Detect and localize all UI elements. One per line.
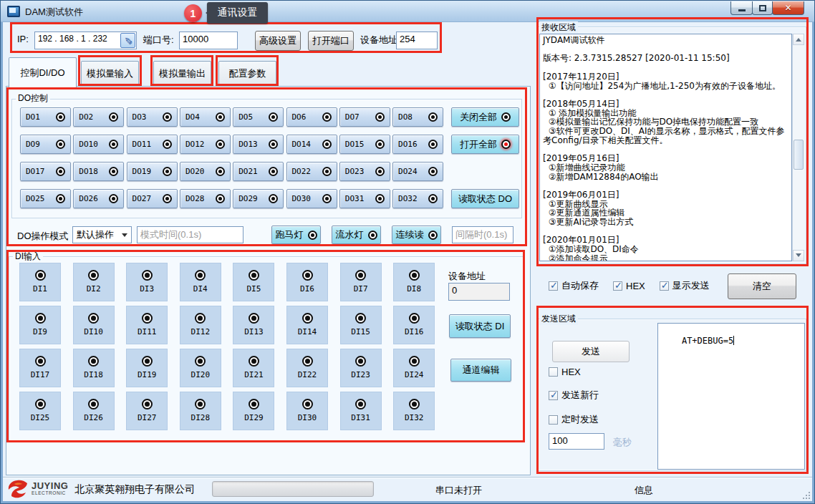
di-channel-cell: DI1 — [19, 263, 61, 301]
di-device-address-input[interactable]: 0 — [448, 283, 510, 301]
app-icon — [7, 6, 20, 17]
di-indicator — [409, 270, 420, 281]
do-indicator — [375, 140, 385, 149]
tab-analog-output[interactable]: 模拟量输出 — [153, 61, 211, 85]
receive-text-area[interactable]: JYDAM调试软件 版本号: 2.3.7315.28527 [2020-01-1… — [539, 34, 792, 261]
di-channel-cell: DI14 — [286, 306, 328, 344]
do-channel-button[interactable]: DO31 — [339, 189, 390, 208]
do-channel-button[interactable]: DO30 — [286, 189, 337, 208]
close-button[interactable] — [772, 1, 804, 15]
clear-button[interactable]: 清空 — [728, 273, 796, 299]
do-channel-button[interactable]: DO10 — [73, 135, 124, 154]
di-channel-cell: DI2 — [73, 263, 115, 301]
do-channel-button[interactable]: DO2 — [73, 107, 124, 127]
open-all-button[interactable]: 打开全部 — [451, 135, 519, 154]
flow-light-button[interactable]: 流水灯 — [332, 226, 381, 244]
channel-edit-button[interactable]: 通道编辑 — [450, 359, 511, 382]
di-indicator — [249, 313, 259, 324]
checkbox-box-icon[interactable] — [549, 391, 558, 400]
read-do-status-button[interactable]: 读取状态 DO — [451, 189, 519, 208]
checkbox-box-icon[interactable] — [613, 281, 622, 291]
advanced-settings-button[interactable]: 高级设置 — [255, 31, 301, 51]
do-channel-label: DO3 — [132, 112, 147, 122]
do-channel-button[interactable]: DO21 — [233, 162, 284, 181]
ip-input[interactable]: 192 . 168 . 1 . 232 — [34, 32, 137, 49]
do-channel-button[interactable]: DO29 — [233, 189, 284, 208]
resize-grip[interactable] — [801, 490, 810, 499]
send-button[interactable]: 发送 — [552, 341, 630, 362]
do-channel-button[interactable]: DO25 — [20, 189, 71, 208]
checkbox-show-send[interactable]: 显示发送 — [660, 279, 710, 292]
do-channel-button[interactable]: DO28 — [180, 189, 231, 208]
timed-interval-input[interactable]: 100 — [549, 433, 604, 450]
do-mode-select[interactable]: 默认操作 — [72, 226, 132, 243]
do-channel-button[interactable]: DO19 — [127, 162, 178, 181]
device-address-input[interactable]: 254 — [396, 32, 438, 49]
do-channel-button[interactable]: DO27 — [127, 189, 178, 208]
do-channel-button[interactable]: DO26 — [73, 189, 124, 208]
marquee-button[interactable]: 跑马灯 — [271, 226, 321, 244]
receive-scrollbar[interactable] — [792, 34, 804, 261]
do-channel-label: DO7 — [345, 112, 360, 122]
di-indicator — [88, 356, 99, 367]
do-channel-button[interactable]: DO8 — [392, 107, 443, 127]
interval-time-input[interactable]: 间隔时(0.1s) — [452, 226, 513, 243]
do-channel-button[interactable]: DO17 — [20, 162, 71, 181]
checkbox-box-icon[interactable] — [549, 415, 558, 425]
tab-analog-input[interactable]: 模拟量输入 — [81, 61, 139, 85]
continuous-read-button[interactable]: 连续读 — [392, 226, 441, 244]
do-channel-button[interactable]: DO6 — [286, 107, 337, 127]
do-channel-button[interactable]: DO20 — [180, 162, 231, 181]
checkbox-autosave[interactable]: 自动保存 — [549, 279, 599, 292]
open-all-indicator — [501, 140, 511, 149]
do-channel-button[interactable]: DO7 — [339, 107, 390, 127]
send-text-area[interactable]: AT+DEBUG=5 — [657, 323, 805, 470]
tab-config-params[interactable]: 配置参数 — [218, 61, 276, 85]
do-channel-button[interactable]: DO15 — [339, 135, 390, 154]
tab-control-di-do[interactable]: 控制DI/DO — [9, 57, 77, 87]
do-channel-button[interactable]: DO18 — [73, 162, 124, 181]
do-channel-button[interactable]: DO16 — [392, 135, 443, 154]
checkbox-hex[interactable]: HEX — [549, 367, 599, 377]
di-indicator — [302, 313, 313, 324]
scroll-up-button[interactable] — [793, 34, 804, 45]
scroll-down-button[interactable] — [793, 250, 804, 261]
port-input[interactable]: 10000 — [179, 32, 238, 49]
do-channel-button[interactable]: DO1 — [20, 107, 71, 127]
edit-ip-button[interactable] — [120, 33, 135, 48]
close-all-button[interactable]: 关闭全部 — [451, 107, 519, 127]
do-channel-button[interactable]: DO32 — [392, 189, 443, 208]
checkbox-newline[interactable]: 发送新行 — [549, 389, 599, 402]
do-channel-button[interactable]: DO14 — [286, 135, 337, 154]
do-channel-button[interactable]: DO9 — [20, 135, 71, 154]
do-indicator — [56, 140, 65, 149]
checkbox-timed[interactable]: 定时发送 — [549, 413, 599, 426]
checkbox-box-icon[interactable] — [660, 281, 669, 291]
do-channel-button[interactable]: DO12 — [180, 135, 231, 154]
di-group-label: DI输入 — [13, 251, 43, 263]
checkbox-box-icon[interactable] — [549, 367, 558, 377]
do-channel-button[interactable]: DO22 — [286, 162, 337, 181]
do-channel-button[interactable]: DO13 — [233, 135, 284, 154]
scrollbar-thumb[interactable] — [794, 140, 804, 170]
maximize-button[interactable] — [752, 1, 773, 15]
do-channel-button[interactable]: DO3 — [127, 107, 178, 127]
di-channel-cell: DI9 — [19, 306, 61, 344]
window-title: DAM测试软件 — [25, 6, 83, 19]
do-channel-button[interactable]: DO5 — [233, 107, 284, 127]
do-channel-label: DO26 — [79, 194, 98, 203]
tooltip-arrow-icon — [202, 9, 211, 16]
open-port-button[interactable]: 打开端口 — [308, 31, 354, 51]
checkbox-hex[interactable]: HEX — [613, 279, 645, 292]
di-channel-label: DI17 — [31, 370, 50, 379]
do-channel-button[interactable]: DO11 — [127, 135, 178, 154]
di-channel-label: DI2 — [87, 284, 101, 294]
minimize-button[interactable] — [730, 1, 753, 15]
read-di-status-button[interactable]: 读取状态 DI — [449, 314, 511, 338]
do-channel-button[interactable]: DO23 — [339, 162, 390, 181]
checkbox-box-icon[interactable] — [549, 281, 558, 291]
do-channel-button[interactable]: DO4 — [180, 107, 231, 127]
do-channel-label: DO11 — [132, 140, 152, 149]
do-channel-button[interactable]: DO24 — [392, 162, 443, 181]
mode-time-input[interactable]: 模式时间(0.1s) — [137, 226, 243, 243]
